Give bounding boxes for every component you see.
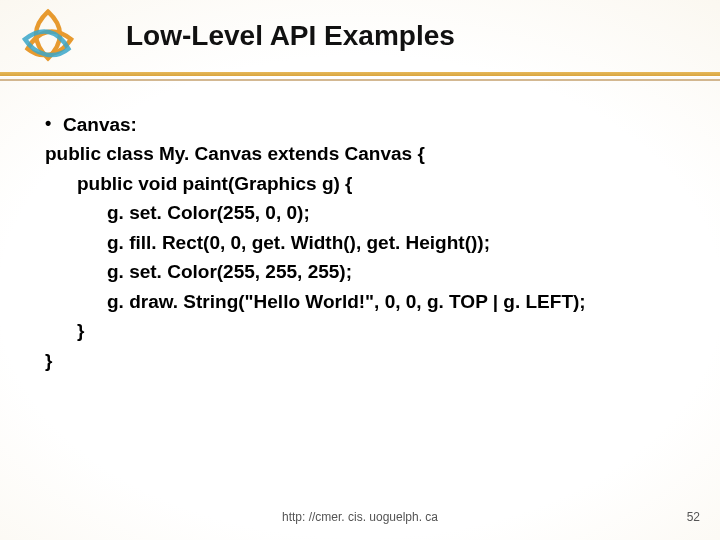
slide: Low-Level API Examples • Canvas: public … [0, 0, 720, 540]
code-line: g. set. Color(255, 255, 255); [45, 257, 675, 286]
bullet-icon: • [45, 110, 63, 138]
code-line: } [45, 316, 675, 345]
code-line: public class My. Canvas extends Canvas { [45, 139, 675, 168]
code-line: } [45, 346, 675, 375]
page-number: 52 [687, 510, 700, 524]
logo-icon [16, 4, 80, 68]
slide-body: • Canvas: public class My. Canvas extend… [45, 110, 675, 375]
code-line: public void paint(Graphics g) { [45, 169, 675, 198]
bullet-text: Canvas: [63, 110, 137, 139]
code-line: g. draw. String("Hello World!", 0, 0, g.… [45, 287, 675, 316]
slide-title: Low-Level API Examples [96, 20, 720, 52]
triquetra-logo [0, 0, 96, 72]
code-line: g. set. Color(255, 0, 0); [45, 198, 675, 227]
code-line: g. fill. Rect(0, 0, get. Width(), get. H… [45, 228, 675, 257]
footer-url: http: //cmer. cis. uoguelph. ca [0, 510, 720, 524]
header: Low-Level API Examples [0, 0, 720, 72]
footer: http: //cmer. cis. uoguelph. ca 52 [0, 510, 720, 530]
bullet-item: • Canvas: [45, 110, 675, 139]
header-divider [0, 72, 720, 86]
